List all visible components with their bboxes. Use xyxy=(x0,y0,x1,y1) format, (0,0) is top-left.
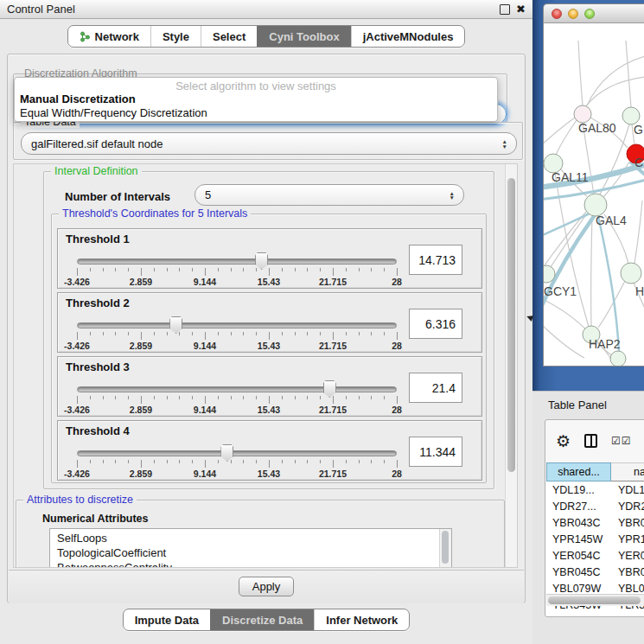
tab-network[interactable]: Network xyxy=(68,26,150,47)
scrollbar-thumb[interactable] xyxy=(548,596,641,604)
cyni-toolbox-panel: Discretization Algorithm ▲▼ Select algor… xyxy=(7,54,526,603)
network-node-GAL80[interactable] xyxy=(574,105,591,123)
tick-mark xyxy=(218,332,219,335)
network-edge xyxy=(556,120,577,155)
tick-mark xyxy=(231,332,232,335)
table-row[interactable]: YER054CYER0 xyxy=(546,547,644,564)
scrollbar-thumb[interactable] xyxy=(442,531,449,564)
tick-mark xyxy=(269,396,270,404)
table-panel-title: Table Panel xyxy=(548,399,607,411)
tab-infer-network[interactable]: Infer Network xyxy=(314,609,409,630)
number-of-intervals-combobox[interactable]: 5 ▲▼ xyxy=(194,184,464,206)
tick-mark xyxy=(269,268,270,276)
tick-mark xyxy=(295,396,296,399)
tick-mark xyxy=(115,332,116,335)
panel-vertical-scrollbar[interactable] xyxy=(505,164,517,567)
zoom-traffic-light[interactable] xyxy=(584,9,595,19)
control-panel-titlebar: Control Panel ✖ xyxy=(0,0,532,19)
tab-style[interactable]: Style xyxy=(150,26,201,47)
network-edge xyxy=(544,298,613,361)
list-item-selfloops[interactable]: SelfLoops xyxy=(57,531,451,545)
tick-mark xyxy=(256,268,257,271)
thresholds-coordinates-group-title: Threshold's Coordinates for 5 Intervals xyxy=(59,207,251,220)
dropdown-option-equal-width-frequency[interactable]: Equal Width/Frequency Discretization xyxy=(18,106,494,120)
tab-label: Style xyxy=(163,30,189,43)
minimize-traffic-light[interactable] xyxy=(568,9,578,19)
apply-button[interactable]: Apply xyxy=(239,577,295,596)
float-window-icon[interactable] xyxy=(500,4,510,15)
tick-label: 15.43 xyxy=(258,341,280,351)
threshold-label: Threshold 2 xyxy=(66,296,130,309)
table-header-row: shared...na xyxy=(546,462,644,481)
threshold-value-field[interactable]: 14.713 xyxy=(409,245,462,275)
threshold-value-field[interactable]: 6.316 xyxy=(409,309,462,339)
table-data-combobox[interactable]: galFiltered.sif default node ▲▼ xyxy=(21,132,517,155)
tick-mark xyxy=(243,460,244,463)
close-icon[interactable]: ✖ xyxy=(516,5,526,14)
tab-impute-data[interactable]: Impute Data xyxy=(124,609,210,630)
dropdown-option-manual-discretization[interactable]: Manual Discretization xyxy=(18,92,494,106)
tab-select[interactable]: Select xyxy=(201,26,257,47)
select-columns-checkboxes-icon[interactable]: ☑☑ xyxy=(611,435,632,447)
slider-thumb[interactable] xyxy=(323,380,336,398)
tick-mark xyxy=(167,268,168,271)
slider-track[interactable] xyxy=(77,386,397,392)
threshold-value-field[interactable]: 21.4 xyxy=(409,373,462,403)
threshold-slider: -3.4262.8599.14415.4321.71528 xyxy=(77,316,397,352)
threshold-value-field[interactable]: 11.344 xyxy=(409,437,462,467)
tick-mark xyxy=(320,460,321,463)
threshold-slider: -3.4262.8599.14415.4321.71528 xyxy=(77,379,397,416)
list-item-betweennesscentrality[interactable]: BetweennessCentrality xyxy=(57,560,451,568)
network-edge xyxy=(544,118,575,146)
slider-track[interactable] xyxy=(77,258,397,265)
tab-jactivemnodules[interactable]: jActiveMNodules xyxy=(351,26,465,47)
tick-mark xyxy=(282,460,283,463)
split-columns-icon[interactable] xyxy=(584,434,597,448)
tick-mark xyxy=(295,460,296,463)
tick-mark xyxy=(320,332,321,335)
tick-mark xyxy=(167,332,168,335)
column-header-1[interactable]: shared... xyxy=(546,462,611,481)
table-horizontal-scrollbar[interactable] xyxy=(546,594,644,606)
list-item-topologicalcoefficient[interactable]: TopologicalCoefficient xyxy=(57,545,451,560)
tick-mark xyxy=(243,332,244,335)
thresholds-coordinates-group: Threshold's Coordinates for 5 Intervals … xyxy=(51,214,487,483)
tick-label: 9.144 xyxy=(194,341,216,351)
table-row[interactable]: YDL19...YDL1 xyxy=(546,481,644,498)
table-row[interactable]: YBR045CYBR0 xyxy=(546,564,644,580)
scrollbar-thumb[interactable] xyxy=(507,178,515,472)
table-row[interactable]: YIL052CYIL0 xyxy=(546,613,644,617)
tick-mark xyxy=(115,268,116,271)
network-node-right-mid[interactable] xyxy=(621,263,641,284)
tab-discretize-data[interactable]: Discretize Data xyxy=(210,609,314,630)
slider-track[interactable] xyxy=(77,450,397,456)
table-panel-region: Table Panel ⚙ ☑☑ shared...na YDL19...YDL… xyxy=(532,391,644,644)
tick-label: -3.426 xyxy=(64,405,90,415)
table-row[interactable]: YBR043CYBR0 xyxy=(546,514,644,531)
tick-mark xyxy=(128,268,129,271)
close-traffic-light[interactable] xyxy=(552,9,562,19)
slider-thumb[interactable] xyxy=(220,444,233,462)
column-header-2[interactable]: na xyxy=(611,462,644,481)
table-row[interactable]: YDR27...YDR2 xyxy=(546,498,644,514)
network-canvas[interactable]: GAL80GCGAL11GAL4GCY1HHAP2 xyxy=(544,23,644,367)
slider-thumb[interactable] xyxy=(169,316,182,334)
network-node-top-right[interactable] xyxy=(622,107,640,124)
dropdown-placeholder-option[interactable]: Select algorithm to view settings xyxy=(18,80,494,92)
tab-cyni-toolbox[interactable]: Cyni Toolbox xyxy=(257,26,350,47)
node-label-C: C xyxy=(634,156,643,169)
network-node-bottom[interactable] xyxy=(610,351,626,367)
slider-thumb[interactable] xyxy=(255,252,268,270)
cell-name: YIL0 xyxy=(611,615,644,618)
numerical-attributes-list[interactable]: SelfLoopsTopologicalCoefficientBetweenne… xyxy=(49,528,452,568)
attributes-list-scrollbar[interactable] xyxy=(439,529,451,568)
tick-mark xyxy=(77,268,78,276)
apply-row: Apply xyxy=(9,570,524,603)
table-row[interactable]: YPR145WYPR1 xyxy=(546,531,644,547)
threshold-panel-1: Threshold 1-3.4262.8599.14415.4321.71528… xyxy=(57,228,482,289)
tick-mark xyxy=(179,396,180,399)
network-edge xyxy=(551,214,587,267)
gear-icon[interactable]: ⚙ xyxy=(556,433,571,450)
tick-mark xyxy=(384,460,385,463)
slider-track[interactable] xyxy=(77,322,397,328)
